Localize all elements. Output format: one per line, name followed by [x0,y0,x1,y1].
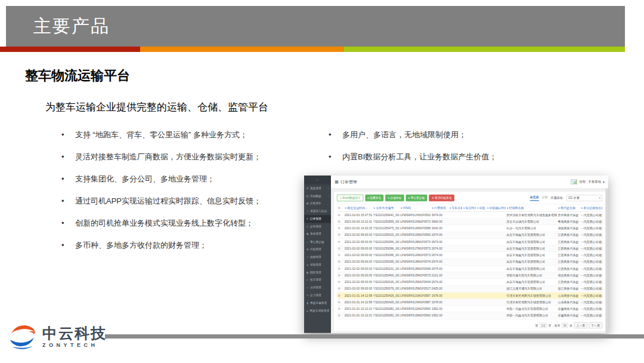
user-menu[interactable]: 张程 - 长春基地 ▾ [571,179,605,184]
sidebar-item-临牌管理[interactable]: ▯临牌管理 [304,253,331,261]
gear-icon[interactable]: ⚙ [338,307,340,311]
table-cell: 2021-01-31 14:12:58 [344,292,373,299]
vin-link[interactable]: LFWSRXSJ0M1F05606 [400,312,431,319]
column-header[interactable]: ▼仓库作业编号 [373,204,400,212]
column-header[interactable]: ▼发运起始地名称 [580,204,602,212]
vin-link[interactable]: LFWSRXSJ0M1F05731 [400,219,431,225]
批量派送-button[interactable]: ▸批量派送 [365,195,383,201]
table-row[interactable]: ⚙2021-02-02 09:00:00YS2101250101_001LFWS… [337,265,602,272]
table-cell: 2021-02-02 09:00:00 [344,232,373,238]
vin-link[interactable]: LFWSRXSJ1M1F05873 [400,292,431,299]
sidebar-item-司机管理[interactable]: ◉司机管理 [304,246,331,254]
gear-icon[interactable]: ⚙ [338,227,340,230]
column-header[interactable]: ▼计费里程 [431,204,448,212]
column-header[interactable]: ▼司机确认时间 [486,204,506,212]
vin-link[interactable]: LFWSRXSJ5M1F05178 [400,285,431,292]
sidebar-item-系统管理[interactable]: ⚙系统管理‹ [304,184,331,192]
table-row[interactable]: ⚙2021-02-02 09:00:00YS2101250096_002LFWS… [337,245,602,252]
gear-icon[interactable]: ⚙ [338,281,340,284]
vin-link[interactable]: LFWSRXSJ8M1F05734 [400,238,431,245]
vin-link[interactable]: LFWSRXSJ7M1F05733 [400,245,431,252]
next-page-button[interactable]: 下一页 [589,322,603,329]
gear-icon[interactable]: ⚙ [338,247,340,250]
column-header[interactable]: ▼最近送达时间 ↓ [344,204,373,212]
sidebar-item-运单管理[interactable]: ▸运单管理 [304,223,331,230]
table-cell: 江西商务代表处 [557,252,580,259]
table-row[interactable]: ⚙2021-02-02 14:32:25YS2101250475_001LFWS… [337,225,602,232]
gear-icon[interactable]: ⚙ [338,287,340,291]
table-row[interactable]: ⚙2021-01-31 10:12:21YS2101250082_002LFWS… [337,306,602,312]
prev-page-button[interactable]: 上一页 [574,322,588,329]
table-row[interactable]: ⚙2021-02-02 09:00:00YS2101250400_001LFWS… [337,272,602,279]
base-select[interactable]: CC-长春 ▾ [566,195,602,201]
零公里运输-button[interactable]: ▸零公里运输 [406,195,428,201]
table-row[interactable]: ⚙2021-02-02 09:00:00YS2101250016_001LFWS… [337,279,602,285]
Excel数据导入-button[interactable]: ⇩Excel数据导入 [337,195,363,201]
vin-link[interactable]: LFWSRXSJ0M1F05987 [400,225,431,232]
page-select[interactable]: 1/2 [540,323,547,328]
table-row[interactable]: ⚙2021-01-31 14:12:58YS2101250429_001LFWS… [337,299,602,306]
sidebar-item-资源导入日志[interactable]: ▯资源导入日志 [304,207,331,215]
table-row[interactable]: ⚙2021-02-02 09:00:00YS2101250095_001LFWS… [337,259,602,265]
column-header[interactable]: ▼经销商名称 [506,204,557,212]
tab-未完成[interactable]: 未完成 [530,195,539,201]
sidebar-item-订单管理[interactable]: ≡订单管理 [304,215,331,223]
gear-icon[interactable]: ⚙ [338,233,340,237]
vin-link[interactable]: LFWSRXSJXM1F05029 [400,211,431,218]
column-header[interactable]: ▼车队名称 [448,204,462,212]
vin-link[interactable]: LFWSRXSJ5M1F05449 [400,279,431,285]
column-header[interactable]: ▼商代处名称 [557,204,580,212]
table-row[interactable]: ⚙2021-02-03 13:12:11YS2101250559_001LFWS… [337,219,602,225]
column-header[interactable]: ▼司机 [476,204,486,212]
table-row[interactable]: ⚙2021-02-02 09:00:00YS2101250096_003LFWS… [337,238,602,245]
vin-link[interactable]: LFWSRXSJXM1F05872 [400,299,431,306]
vin-link[interactable]: LFWSRXSJ6M1F05450 [400,265,431,272]
page-size-select[interactable]: 30 [562,323,568,328]
column-header[interactable]: ▼装运时间 [462,204,476,212]
sidebar-item-零公里运输[interactable]: ∿零公里运输 [304,238,331,246]
gear-icon[interactable]: ⚙ [338,273,340,277]
vin-link[interactable]: LFWSRXSJ5M1F05732 [400,272,431,279]
vin-link[interactable]: LFWSRXSJ8M1F05748 [400,259,431,265]
gear-icon[interactable]: ⚙ [338,294,340,297]
gear-icon[interactable]: ⚙ [338,267,340,270]
table-row[interactable]: ⚙2021-02-03 15:07:51YS2101250641_001LFWS… [337,211,602,218]
sidebar-item-事故车保险管理[interactable]: ▲事故车保险管理 [304,307,331,315]
table-cell [448,312,462,319]
vin-link[interactable]: LFWSRXSJ0M1F05602 [400,232,431,238]
sidebar-item-保险管理[interactable]: ▲保险管理 [304,261,331,269]
gear-icon[interactable]: ⚙ [338,220,340,223]
table-cell [462,232,476,238]
sidebar-item-基础数据[interactable]: ▤基础数据‹ [304,192,331,200]
sidebar-item-板车管理[interactable]: ▸板车管理 [304,276,331,284]
sidebar-item-园区管理[interactable]: ▣园区管理 [304,269,331,276]
vertical-scrollbar[interactable] [606,189,608,333]
table-cell [476,211,486,218]
vin-link[interactable]: LFWSRXSJ0M1F05735 [400,252,431,259]
table-row[interactable]: ⚙2021-02-02 09:00:00YS2101250079_001LFWS… [337,285,602,292]
sidebar-item-事故车辆管理[interactable]: ▮事故车辆管理 [304,299,331,307]
zonytech-logo-icon [8,323,37,350]
gear-icon[interactable]: ⚙ [338,254,340,257]
vin-link[interactable]: LFWSRXSJ2M1F05607 [400,306,431,312]
gear-icon[interactable]: ⚙ [338,260,340,264]
gear-icon[interactable]: ⚙ [338,300,340,304]
column-label: 计费里程 [434,206,446,210]
gear-icon[interactable]: ⚙ [338,240,340,244]
运输质检-button[interactable]: ▸运输质检 [386,195,404,201]
取消司机派送-button[interactable]: ⊘取消司机派送 [429,195,454,201]
tab-全部[interactable]: 全部 [542,195,548,201]
table-row[interactable]: ⚙2021-01-31 14:12:58YS2101250429_002LFWS… [337,292,602,299]
sidebar-item-合同管理[interactable]: ▱合同管理 [304,284,331,292]
sidebar-item-业务操作[interactable]: ▦业务操作⌄ [304,200,331,208]
table-row[interactable]: ⚙2021-02-02 09:00:00YS2101250015_001LFWS… [337,232,602,238]
table-row[interactable]: ⚙2021-01-31 10:12:21YS2101250082_001LFWS… [337,312,602,319]
column-header[interactable]: ▼VIN码 [400,204,431,212]
button-label: 零公里运输 [411,196,425,199]
gear-icon[interactable]: ⚙ [338,314,340,318]
table-row[interactable]: ⚙2021-02-02 09:00:00YS2101250096_001LFWS… [337,252,602,259]
sidebar-item-运力管理[interactable]: ✦运力管理 [304,291,331,299]
gear-icon[interactable]: ⚙ [338,213,340,217]
sidebar-item-质检管理[interactable]: ▣质检管理 [304,230,331,238]
row-settings-column[interactable]: ⚙ [337,204,344,212]
